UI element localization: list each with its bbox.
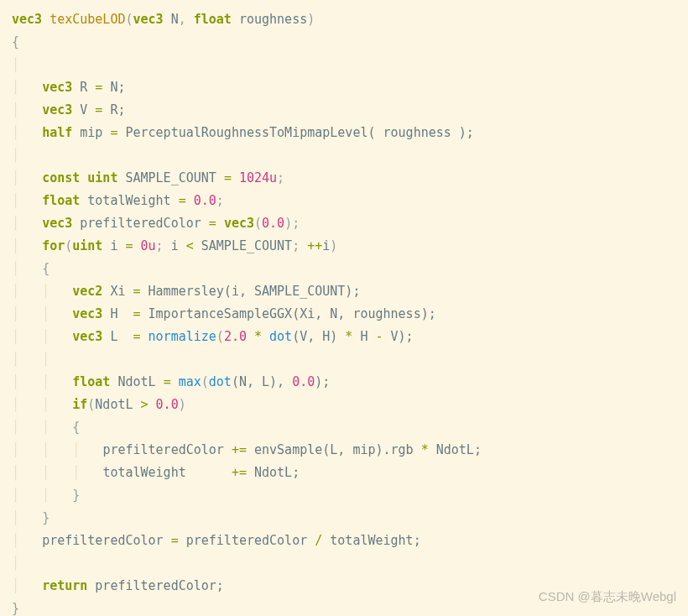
function-name: texCubeLOD (50, 12, 125, 27)
keyword: vec3 (12, 12, 42, 27)
brace-open: { (12, 34, 19, 50)
code-block: vec3 texCubeLOD(vec3 N, float roughness)… (0, 0, 688, 616)
brace-close: } (12, 601, 19, 616)
